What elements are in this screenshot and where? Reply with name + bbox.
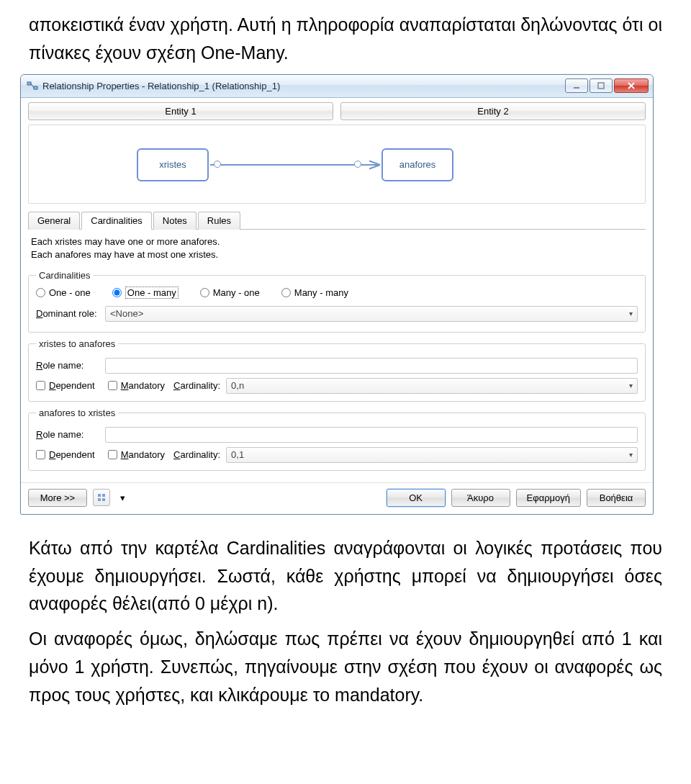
tab-general[interactable]: General — [28, 212, 80, 230]
tab-cardinalities[interactable]: Cardinalities — [81, 212, 152, 230]
radio-many-one-input[interactable] — [200, 288, 209, 297]
radio-one-one[interactable]: One - one — [36, 287, 91, 298]
more-button[interactable]: More >> — [28, 489, 87, 507]
radio-many-one-label: Many - one — [213, 287, 260, 298]
doc-paragraph-3: Οι αναφορές όμως, δηλώσαμε πως πρέπει να… — [0, 625, 691, 716]
cardinalities-group: Cardinalities One - one One - many Many … — [28, 270, 646, 333]
cardinality-value-1: 0,n — [231, 380, 244, 391]
radio-one-many-input[interactable] — [112, 288, 122, 297]
mandatory-check-1[interactable]: Mandatory — [108, 380, 165, 391]
titlebar: Relationship Properties - Relationship_1… — [21, 75, 653, 98]
dependent-check-2[interactable]: Dependent — [36, 449, 95, 460]
minimize-button[interactable] — [565, 78, 588, 93]
relationship-diagram: xristes anafores — [28, 125, 646, 204]
radio-many-many-input[interactable] — [281, 288, 291, 297]
role-name-input-2[interactable] — [105, 427, 638, 443]
direction1-legend: xristes to anafores — [36, 338, 118, 349]
chevron-down-icon: ▾ — [629, 310, 633, 317]
svg-rect-4 — [598, 83, 604, 89]
doc-paragraph-1: αποκειστικά έναν χρήστη. Αυτή η πληροφορ… — [0, 0, 691, 74]
tab-rules[interactable]: Rules — [198, 212, 240, 230]
help-button[interactable]: Βοήθεια — [587, 489, 646, 507]
dominant-role-combo[interactable]: <None> ▾ — [105, 306, 638, 322]
mandatory-label-2: Mandatory — [121, 449, 165, 460]
entity-box-left[interactable]: xristes — [137, 148, 209, 181]
endcap-right-circle-icon — [354, 161, 361, 168]
cancel-button[interactable]: Άκυρο — [451, 489, 510, 507]
cardinality-label-2: Cardinality: — [173, 449, 220, 460]
dialog-title: Relationship Properties - Relationship_1… — [42, 81, 564, 91]
dialog-footer: More >> ▾ OK Άκυρο Εφαρμογή Βοήθεια — [21, 482, 653, 514]
direction2-legend: anafores to xristes — [36, 407, 118, 418]
dependent-checkbox-2[interactable] — [36, 450, 45, 459]
dominant-role-label: Dominant role: — [36, 308, 101, 319]
direction2-group: anafores to xristes Role name: Dependent… — [28, 407, 646, 471]
dropdown-arrow-icon[interactable]: ▾ — [116, 489, 129, 506]
chevron-down-icon: ▾ — [629, 451, 633, 459]
cardinality-combo-1[interactable]: 0,n ▾ — [226, 378, 638, 394]
desc-line-2: Each anafores may have at most one xrist… — [31, 248, 646, 261]
svg-rect-8 — [102, 494, 105, 497]
dependent-label-2: Dependent — [49, 449, 95, 460]
svg-rect-1 — [34, 86, 37, 89]
cardinality-description: Each xristes may have one or more anafor… — [28, 234, 646, 267]
radio-many-many-label: Many - many — [294, 287, 348, 298]
ok-button[interactable]: OK — [387, 489, 446, 507]
apply-button[interactable]: Εφαρμογή — [516, 489, 581, 507]
mandatory-label-1: Mandatory — [121, 380, 165, 391]
dominant-role-value: <None> — [110, 308, 143, 319]
desc-line-1: Each xristes may have one or more anafor… — [31, 235, 646, 248]
tab-notes[interactable]: Notes — [153, 212, 197, 230]
svg-line-2 — [31, 84, 34, 88]
role-name-label-1: Role name: — [36, 360, 101, 371]
relationship-properties-dialog: Relationship Properties - Relationship_1… — [20, 74, 654, 515]
tabstrip: General Cardinalities Notes Rules — [28, 211, 646, 230]
close-button[interactable] — [614, 78, 649, 93]
cardinality-label-1: Cardinality: — [173, 380, 220, 391]
mandatory-check-2[interactable]: Mandatory — [108, 449, 165, 460]
radio-one-many[interactable]: One - many — [112, 287, 179, 299]
customize-icon-button[interactable] — [93, 489, 110, 506]
svg-rect-3 — [574, 87, 579, 89]
dependent-check-1[interactable]: Dependent — [36, 380, 95, 391]
radio-many-one[interactable]: Many - one — [200, 287, 260, 298]
radio-many-many[interactable]: Many - many — [281, 287, 348, 298]
radio-one-one-label: One - one — [49, 287, 91, 298]
svg-rect-10 — [102, 498, 105, 501]
mandatory-checkbox-1[interactable] — [108, 381, 117, 390]
dependent-checkbox-1[interactable] — [36, 381, 45, 390]
dependent-label-1: Dependent — [49, 380, 95, 391]
endcap-left-icon — [214, 161, 221, 168]
direction1-group: xristes to anafores Role name: Dependent… — [28, 338, 646, 402]
svg-rect-0 — [27, 82, 31, 85]
maximize-button[interactable] — [590, 78, 613, 93]
cardinality-value-2: 0,1 — [231, 449, 244, 460]
role-name-input-1[interactable] — [105, 358, 638, 374]
relationship-icon — [27, 80, 38, 91]
entity1-header[interactable]: Entity 1 — [28, 102, 333, 120]
entity2-header[interactable]: Entity 2 — [340, 102, 646, 120]
svg-rect-9 — [98, 498, 101, 501]
svg-rect-7 — [98, 494, 101, 497]
crowfoot-icon — [367, 158, 380, 171]
doc-paragraph-2: Κάτω από την καρτέλα Cardinalities αναγρ… — [0, 523, 691, 625]
radio-one-one-input[interactable] — [36, 288, 45, 297]
cardinalities-legend: Cardinalities — [36, 270, 94, 281]
entity-box-right[interactable]: anafores — [381, 148, 453, 181]
chevron-down-icon: ▾ — [629, 382, 633, 389]
mandatory-checkbox-2[interactable] — [108, 450, 117, 459]
radio-one-many-label: One - many — [125, 287, 179, 299]
cardinality-combo-2[interactable]: 0,1 ▾ — [226, 447, 638, 463]
role-name-label-2: Role name: — [36, 429, 101, 440]
